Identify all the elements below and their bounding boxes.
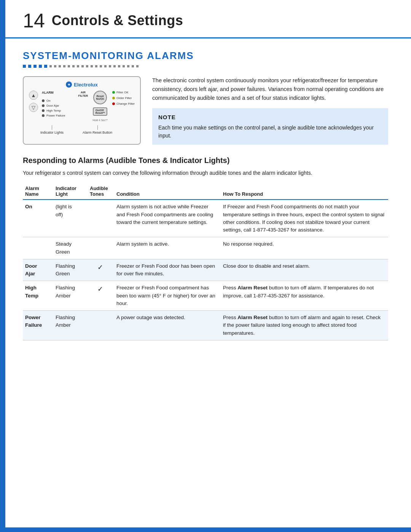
intro-text-area: The electronic control system continuous…: [152, 76, 388, 145]
col-header-condition: Condition: [114, 183, 221, 200]
high-temp-dot: [42, 109, 45, 112]
respond-door: Close door to disable and reset alarm.: [221, 259, 388, 281]
dot-18: [104, 65, 107, 67]
control-panel-image: ✦ Electrolux ▲ ▽ ALARM AIRFILTER: [23, 76, 141, 145]
alarm-reset-label-group: Alarm Reset Button: [83, 125, 112, 134]
dot-3: [33, 65, 37, 68]
order-filter-row: Order Filter: [112, 96, 132, 100]
change-filter-row: Change Filter: [112, 102, 135, 105]
on-dot: [42, 99, 45, 102]
table-row: SteadyGreen Alarm system is active. No r…: [23, 237, 388, 259]
hold-text: Hold 4 Sec**: [92, 119, 108, 121]
col-header-respond: How To Respond: [221, 183, 388, 200]
bottom-bar: [0, 527, 411, 532]
change-filter-dot: [112, 102, 115, 105]
table-row: PowerFailure FlashingAmber A power outag…: [23, 311, 388, 340]
dot-8: [59, 65, 61, 67]
section-heading: SYSTEM-MONITORING ALARMS: [23, 50, 388, 62]
indicator-door: FlashingGreen: [53, 259, 88, 281]
panel-left-buttons: ▲ ▽: [29, 91, 38, 112]
dot-9: [63, 65, 65, 67]
checkmark-high: ✓: [90, 284, 110, 294]
alarm-reset-bold-high: Alarm Reset: [237, 285, 268, 291]
filter-ok-row: Filter OK: [112, 91, 129, 94]
condition-door: Freezer or Fresh Food door has been open…: [114, 259, 221, 281]
dot-12: [77, 65, 79, 67]
panel-bottom-labels: Indicator Lights Alarm Reset Button: [29, 125, 135, 134]
alarm-name-door: DoorAjar: [23, 259, 53, 281]
condition-steady: Alarm system is active.: [114, 237, 221, 259]
electrolux-logo-symbol: ✦: [66, 81, 72, 88]
left-accent-bar: [0, 0, 5, 532]
indicator-on: (light isoff): [53, 200, 88, 237]
alarm-reset-label: Alarm Reset Button: [83, 131, 112, 134]
temp-down-button: ▽: [29, 103, 38, 112]
dot-19: [109, 65, 111, 67]
note-title: NOTE: [158, 113, 382, 122]
high-temp-dot-row: High Temp: [42, 109, 88, 112]
sub-intro: Your refrigerator s control system can c…: [23, 169, 388, 177]
dot-divider: [23, 65, 388, 68]
alarm-reset-bold-power: Alarm Reset: [237, 315, 268, 320]
order-filter-label: Order Filter: [116, 96, 132, 100]
panel-alarm-section: ALARM AIRFILTER On Door Ajar: [42, 91, 88, 117]
on-dot-row: On: [42, 99, 88, 102]
power-failure-dot-row: Power Failure: [42, 114, 88, 117]
alarm-name-on: On: [23, 200, 53, 237]
indicator-high: FlashingAmber: [53, 281, 88, 311]
audible-high: ✓: [88, 281, 114, 311]
dot-20: [113, 65, 116, 67]
chapter-title: Controls & Settings: [52, 13, 183, 29]
audible-door: ✓: [88, 259, 114, 281]
alarm-name-power: PowerFailure: [23, 311, 53, 340]
alarm-header: ALARM AIRFILTER: [42, 91, 88, 97]
dot-17: [100, 65, 102, 67]
power-failure-label: Power Failure: [46, 114, 65, 117]
filter-ok-dot: [112, 91, 115, 94]
temp-up-button: ▲: [29, 91, 38, 100]
alarm-table: AlarmName IndicatorLight AudibleTones Co…: [23, 183, 388, 340]
panel-right-dots: Filter OK Order Filter Change Filter: [112, 91, 135, 105]
dot-11: [72, 65, 75, 67]
alarm-name-high: HighTemp: [23, 281, 53, 311]
order-filter-dot: [112, 97, 115, 99]
indicator-lights-label-group: Indicator Lights: [40, 125, 64, 134]
indicator-lights-line: [52, 125, 52, 130]
condition-power: A power outage was detected.: [114, 311, 221, 340]
chapter-number: 14: [23, 11, 45, 30]
col-header-audible: AudibleTones: [88, 183, 114, 200]
respond-power: Press Alarm Reset button to turn off ala…: [221, 311, 388, 340]
indicator-lights-label: Indicator Lights: [40, 131, 64, 134]
indicator-power: FlashingAmber: [53, 311, 88, 340]
alarm-label: ALARM: [42, 91, 54, 97]
indicator-steady: SteadyGreen: [53, 237, 88, 259]
dot-1: [23, 65, 26, 68]
door-ajar-dot: [42, 104, 45, 107]
air-filter-label: AIRFILTER: [78, 91, 88, 97]
dot-13: [81, 65, 84, 67]
dot-22: [123, 65, 125, 67]
dot-5: [44, 65, 47, 68]
dot-4: [39, 65, 42, 68]
audible-on: [88, 200, 114, 237]
audible-power: [88, 311, 114, 340]
col-header-indicator: IndicatorLight: [53, 183, 88, 200]
dot-23: [127, 65, 129, 67]
onoff-button: On/OffReset**: [93, 107, 107, 116]
col-header-alarm: AlarmName: [23, 183, 53, 200]
alarm-reset-line: [97, 125, 98, 130]
filter-ok-label: Filter OK: [116, 91, 129, 94]
panel-main-row: ▲ ▽ ALARM AIRFILTER On: [29, 91, 135, 121]
condition-high: Freezer or Fresh Food compartment has be…: [114, 281, 221, 311]
power-failure-dot: [42, 114, 45, 117]
table-row: On (light isoff) Alarm system is not act…: [23, 200, 388, 237]
dot-10: [68, 65, 70, 67]
change-filter-label: Change Filter: [116, 102, 135, 105]
intro-paragraph: The electronic control system continuous…: [152, 76, 388, 103]
table-row: HighTemp FlashingAmber ✓ Freezer or Fres…: [23, 281, 388, 311]
electrolux-logo: ✦ Electrolux: [29, 81, 135, 88]
dot-7: [54, 65, 56, 67]
dot-15: [91, 65, 93, 67]
note-content: Each time you make settings on the contr…: [158, 124, 382, 140]
reset-button: ResetNo/On: [93, 91, 107, 104]
